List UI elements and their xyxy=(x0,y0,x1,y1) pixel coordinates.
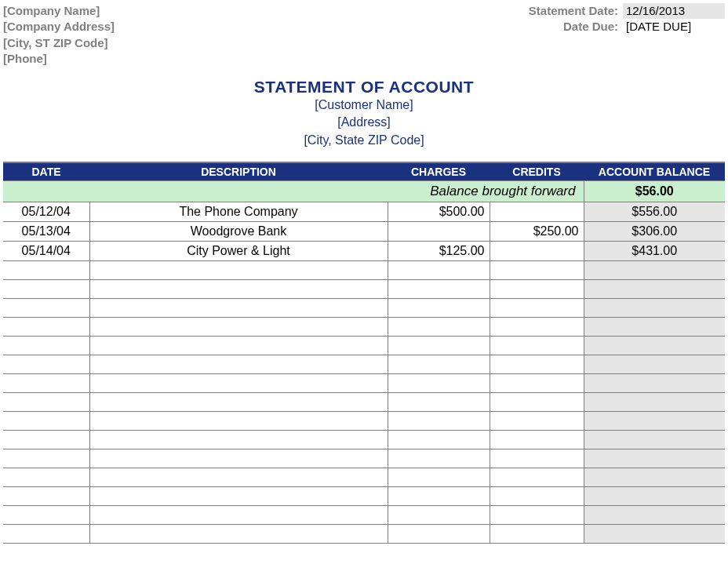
cell-charges xyxy=(388,431,490,449)
cell-charges xyxy=(388,393,490,412)
cell-credits xyxy=(490,393,584,412)
cell-balance xyxy=(584,412,725,431)
cell-credits xyxy=(490,374,584,393)
cell-balance xyxy=(584,318,725,337)
company-name: [Company Name] xyxy=(3,3,115,19)
cell-credits xyxy=(490,242,584,261)
col-credits: CREDITS xyxy=(490,162,584,181)
cell-description xyxy=(89,280,388,299)
cell-charges xyxy=(388,374,490,393)
date-due-line: Date Due: [DATE DUE] xyxy=(500,19,725,35)
col-balance: ACCOUNT BALANCE xyxy=(584,162,725,181)
cell-credits xyxy=(490,202,584,222)
cell-credits xyxy=(490,318,584,337)
cell-charges xyxy=(388,280,490,299)
company-address: [Company Address] xyxy=(3,19,115,35)
cell-balance xyxy=(584,506,725,525)
cell-description: City Power & Light xyxy=(89,242,388,261)
date-due-value: [DATE DUE] xyxy=(623,19,725,35)
cell-credits xyxy=(490,355,584,374)
cell-balance: $431.00 xyxy=(584,242,725,261)
table-row xyxy=(3,355,725,374)
col-date: DATE xyxy=(3,162,89,181)
table-row xyxy=(3,525,725,544)
cell-credits: $250.00 xyxy=(490,222,584,242)
cell-date xyxy=(3,337,89,355)
cell-date xyxy=(3,280,89,299)
company-city-st-zip: [City, ST ZIP Code] xyxy=(3,35,115,51)
cell-charges xyxy=(388,318,490,337)
cell-date xyxy=(3,506,89,525)
cell-description xyxy=(89,431,388,449)
cell-credits xyxy=(490,506,584,525)
ledger-table: DATE DESCRIPTION CHARGES CREDITS ACCOUNT… xyxy=(3,162,725,544)
table-row: 05/12/04The Phone Company$500.00$556.00 xyxy=(3,202,725,222)
cell-description xyxy=(89,468,388,487)
table-row xyxy=(3,299,725,318)
cell-date xyxy=(3,299,89,318)
statement-page: [Company Name] [Company Address] [City, … xyxy=(0,0,728,544)
cell-date xyxy=(3,318,89,337)
cell-description xyxy=(89,318,388,337)
cell-date xyxy=(3,412,89,431)
cell-date: 05/12/04 xyxy=(3,202,89,222)
cell-balance xyxy=(584,431,725,449)
ledger-body: Balance brought forward $56.00 05/12/04T… xyxy=(3,181,725,544)
cell-date xyxy=(3,449,89,468)
cell-charges: $500.00 xyxy=(388,202,490,222)
cell-credits xyxy=(490,337,584,355)
cell-charges xyxy=(388,506,490,525)
cell-balance xyxy=(584,487,725,506)
customer-name: [Customer Name] xyxy=(3,96,725,114)
cell-description: Woodgrove Bank xyxy=(89,222,388,242)
cell-balance xyxy=(584,355,725,374)
cell-date xyxy=(3,393,89,412)
cell-description xyxy=(89,525,388,544)
table-row xyxy=(3,431,725,449)
cell-date xyxy=(3,374,89,393)
cell-description xyxy=(89,337,388,355)
cell-charges xyxy=(388,261,490,280)
cell-charges: $125.00 xyxy=(388,242,490,261)
header-row: [Company Name] [Company Address] [City, … xyxy=(3,3,725,67)
customer-city-state-zip: [City, State ZIP Code] xyxy=(3,132,725,149)
table-row xyxy=(3,318,725,337)
statement-date-label: Statement Date: xyxy=(500,3,618,19)
cell-charges xyxy=(388,355,490,374)
cell-charges xyxy=(388,412,490,431)
title-block: STATEMENT OF ACCOUNT [Customer Name] [Ad… xyxy=(3,78,725,149)
cell-description xyxy=(89,449,388,468)
cell-credits xyxy=(490,431,584,449)
cell-balance xyxy=(584,393,725,412)
cell-balance xyxy=(584,525,725,544)
date-due-label: Date Due: xyxy=(500,19,618,35)
statement-title: STATEMENT OF ACCOUNT xyxy=(3,78,725,96)
company-phone: [Phone] xyxy=(3,51,115,67)
cell-balance xyxy=(584,261,725,280)
cell-description: The Phone Company xyxy=(89,202,388,222)
table-row xyxy=(3,280,725,299)
statement-date-value: 12/16/2013 xyxy=(623,3,725,19)
statement-date-line: Statement Date: 12/16/2013 xyxy=(500,3,725,19)
cell-description xyxy=(89,412,388,431)
cell-description xyxy=(89,487,388,506)
cell-balance xyxy=(584,299,725,318)
cell-charges xyxy=(388,299,490,318)
table-row xyxy=(3,261,725,280)
cell-description xyxy=(89,355,388,374)
cell-date xyxy=(3,468,89,487)
cell-charges xyxy=(388,487,490,506)
cell-date xyxy=(3,431,89,449)
balance-forward-amount: $56.00 xyxy=(584,181,725,202)
cell-description xyxy=(89,374,388,393)
table-row xyxy=(3,487,725,506)
cell-date: 05/14/04 xyxy=(3,242,89,261)
cell-date xyxy=(3,525,89,544)
cell-credits xyxy=(490,449,584,468)
table-row: 05/13/04Woodgrove Bank$250.00$306.00 xyxy=(3,222,725,242)
table-row xyxy=(3,374,725,393)
cell-description xyxy=(89,506,388,525)
cell-charges xyxy=(388,222,490,242)
cell-balance: $306.00 xyxy=(584,222,725,242)
company-block: [Company Name] [Company Address] [City, … xyxy=(3,3,115,67)
